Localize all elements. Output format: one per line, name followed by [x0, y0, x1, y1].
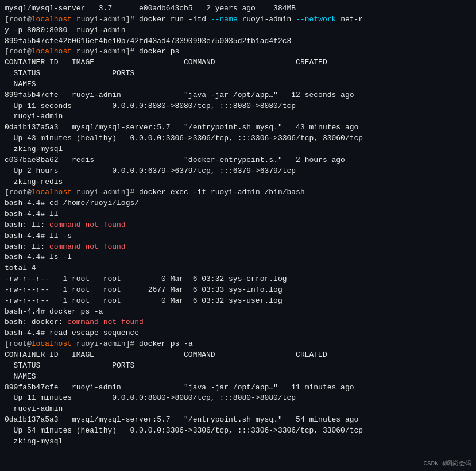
table-header3: NAMES: [5, 79, 471, 90]
table-row-name: ruoyi-admin: [5, 404, 471, 415]
terminal-window: mysql/mysql-server 3.7 e00adb643cb5 2 ye…: [0, 0, 476, 471]
table-row-status: Up 54 minutes (healthy) 0.0.0.0:3306->33…: [5, 426, 471, 437]
table-row-name: zking-mysql: [5, 437, 471, 447]
table-row-name: zking-mysql: [5, 144, 471, 155]
bash-prompt: bash-4.4# ll -s: [5, 231, 471, 242]
table-row: 899fa5b47cfe ruoyi-admin "java -jar /opt…: [5, 383, 471, 393]
output-line: total 4: [5, 263, 471, 274]
table-header2: STATUS PORTS: [5, 361, 471, 372]
table-row-name: zking-redis: [5, 177, 471, 188]
bash-prompt: bash-4.4# cd /home/ruoyi/logs/: [5, 198, 471, 209]
bash-prompt: bash-4.4# docker ps -a: [5, 307, 471, 318]
watermark: CSDN @啊尚会码: [423, 460, 471, 469]
output-line: -rw-r--r-- 1 root root 0 Mar 6 03:32 sys…: [5, 274, 471, 285]
bash-prompt: bash-4.4# read escape sequence: [5, 328, 471, 339]
table-row-status: Up 43 minutes (healthy) 0.0.0.0:3306->33…: [5, 133, 471, 144]
error-line: bash: ll: command not found: [5, 242, 471, 253]
table-row-status: Up 11 seconds 0.0.0.0:8080->8080/tcp, ::…: [5, 101, 471, 112]
table-row-name: ruoyi-admin: [5, 111, 471, 122]
prompt-line: [root@localhost ruoyi-admin]# docker ps …: [5, 339, 471, 350]
output-line: y -p 8080:8080 ruoyi-admin: [5, 25, 471, 36]
table-row-status: Up 2 hours 0.0.0.0:6379->6379/tcp, :::63…: [5, 166, 471, 177]
error-line: bash: ll: command not found: [5, 220, 471, 231]
table-header: CONTAINER ID IMAGE COMMAND CREATED: [5, 57, 471, 68]
prompt-line: [root@localhost ruoyi-admin]# docker run…: [5, 14, 471, 25]
table-row-status: Up 11 minutes 0.0.0.0:8080->8080/tcp, ::…: [5, 393, 471, 404]
prompt-line: [root@localhost ruoyi-admin]# docker ps: [5, 47, 471, 57]
prompt-line: [root@localhost ruoyi-admin]# docker exe…: [5, 187, 471, 198]
output-line: mysql/mysql-server 3.7 e00adb643cb5 2 ye…: [5, 3, 471, 14]
table-row: c037bae8ba62 redis "docker-entrypoint.s……: [5, 155, 471, 166]
table-row: 0da1b137a5a3 mysql/mysql-server:5.7 "/en…: [5, 122, 471, 133]
table-row: 0da1b137a5a3 mysql/mysql-server:5.7 "/en…: [5, 415, 471, 426]
output-line: 899fa5b47cfe42b0616ef4be10b742fd43ad4733…: [5, 36, 471, 47]
bash-prompt: bash-4.4# ll: [5, 209, 471, 220]
output-line: -rw-r--r-- 1 root root 2677 Mar 6 03:33 …: [5, 285, 471, 296]
table-header3: NAMES: [5, 372, 471, 383]
bash-prompt: bash-4.4# ls -l: [5, 252, 471, 263]
table-header: CONTAINER ID IMAGE COMMAND CREATED: [5, 350, 471, 361]
error-line: bash: docker: command not found: [5, 317, 471, 328]
table-header2: STATUS PORTS: [5, 68, 471, 79]
table-row: 899fa5b47cfe ruoyi-admin "java -jar /opt…: [5, 90, 471, 101]
output-line: -rw-r--r-- 1 root root 0 Mar 6 03:32 sys…: [5, 296, 471, 307]
